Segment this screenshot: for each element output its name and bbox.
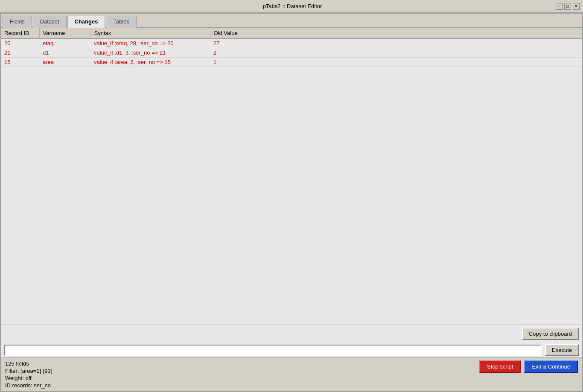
tab-fields[interactable]: Fields bbox=[3, 16, 32, 28]
col-varname: Varname bbox=[39, 28, 90, 38]
col-old-value: Old Value bbox=[210, 28, 253, 38]
copy-to-clipboard-button[interactable]: Copy to clipboard bbox=[522, 328, 579, 340]
cell-varname: etaq bbox=[39, 38, 90, 48]
stop-script-button[interactable]: Stop script bbox=[479, 360, 521, 373]
cell-record-id: 15 bbox=[1, 58, 39, 67]
cell-varname: d1 bbox=[39, 48, 90, 58]
cell-old-value: 27 bbox=[210, 38, 253, 48]
exit-continue-button[interactable]: Exit & Continue bbox=[524, 360, 578, 373]
table-header-row: Record ID Varname Syntax Old Value bbox=[1, 28, 582, 38]
cell-record-id: 21 bbox=[1, 48, 39, 58]
cell-syntax: value_if :area, 2, :ser_no => 15 bbox=[90, 58, 210, 67]
bottom-bar: Copy to clipboard bbox=[1, 325, 582, 343]
status-left: 125 fields Filter: [area=1] (93) Weight:… bbox=[5, 360, 52, 389]
table-row[interactable]: 15 area value_if :area, 2, :ser_no => 15… bbox=[1, 58, 582, 67]
changes-table: Record ID Varname Syntax Old Value 20 et… bbox=[1, 28, 582, 67]
title-bar-buttons: − □ ✕ bbox=[556, 3, 580, 10]
col-syntax: Syntax bbox=[90, 28, 210, 38]
status-buttons: Stop script Exit & Continue bbox=[479, 360, 578, 373]
status-weight: Weight: off bbox=[5, 375, 52, 381]
cell-old-value: 2 bbox=[210, 48, 253, 58]
maximize-button[interactable]: □ bbox=[564, 3, 571, 10]
status-filter: Filter: [area=1] (93) bbox=[5, 368, 52, 374]
cell-record-id: 20 bbox=[1, 38, 39, 48]
tab-changes[interactable]: Changes bbox=[67, 16, 105, 28]
tab-tables[interactable]: Tables bbox=[106, 16, 137, 28]
content-area: Record ID Varname Syntax Old Value 20 et… bbox=[1, 28, 582, 357]
tab-bar: Fields Dataset Changes Tables bbox=[1, 14, 582, 28]
cell-spacer bbox=[253, 38, 582, 48]
col-record-id: Record ID bbox=[1, 28, 39, 38]
close-button[interactable]: ✕ bbox=[573, 3, 580, 10]
table-row[interactable]: 21 d1 value_if :d1, 3, :ser_no => 21 2 bbox=[1, 48, 582, 58]
main-window: Fields Dataset Changes Tables Record ID … bbox=[0, 13, 583, 392]
execute-input[interactable] bbox=[4, 345, 542, 356]
cell-syntax: value_if :etaq, 28, :ser_no => 20 bbox=[90, 38, 210, 48]
minimize-button[interactable]: − bbox=[556, 3, 563, 10]
window-title: pTabs2 :: Dataset Editor bbox=[29, 3, 556, 9]
cell-syntax: value_if :d1, 3, :ser_no => 21 bbox=[90, 48, 210, 58]
status-fields: 125 fields bbox=[5, 360, 52, 367]
cell-varname: area bbox=[39, 58, 90, 67]
cell-old-value: 1 bbox=[210, 58, 253, 67]
status-id-records: ID records: ser_no bbox=[5, 382, 52, 389]
tab-dataset[interactable]: Dataset bbox=[33, 16, 67, 28]
execute-button[interactable]: Execute bbox=[545, 344, 579, 356]
execute-row: Execute bbox=[1, 343, 582, 357]
table-row[interactable]: 20 etaq value_if :etaq, 28, :ser_no => 2… bbox=[1, 38, 582, 48]
cell-spacer bbox=[253, 58, 582, 67]
cell-spacer bbox=[253, 48, 582, 58]
table-container[interactable]: Record ID Varname Syntax Old Value 20 et… bbox=[1, 28, 582, 325]
status-bar: 125 fields Filter: [area=1] (93) Weight:… bbox=[1, 357, 582, 391]
col-spacer bbox=[253, 28, 582, 38]
title-bar: pTabs2 :: Dataset Editor − □ ✕ bbox=[0, 0, 583, 13]
